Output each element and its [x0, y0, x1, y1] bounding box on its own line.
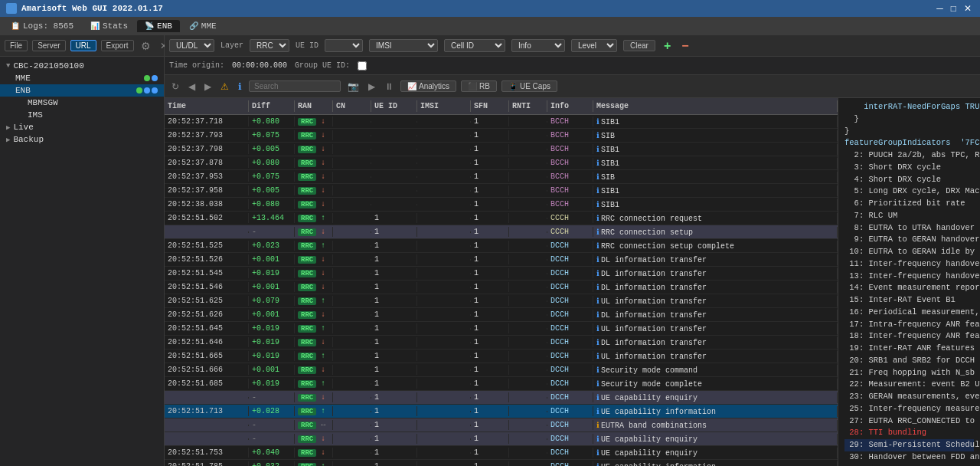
td-time: 20:52:51.785	[165, 461, 249, 466]
td-rnti	[509, 135, 547, 136]
sidebar-item-backup[interactable]: ▶ Backup	[0, 133, 164, 146]
code-line: 6: Prioritized bit rate	[844, 198, 974, 210]
td-msg: ℹSIB	[593, 172, 838, 182]
info-type-icon: ℹ	[596, 159, 599, 168]
table-row[interactable]: - RRC ↓ 1 1 CCCH ℹRRC connection setup	[165, 225, 838, 239]
imsi-select[interactable]: IMSI	[369, 39, 438, 52]
table-row[interactable]: 20:52:51.525 +0.023 RRC ↑ 1 1 DCCH ℹRRC …	[165, 239, 838, 253]
td-imsi	[417, 342, 471, 343]
table-row[interactable]: 20:52:51.626 +0.001 RRC ↓ 1 1 DCCH ℹDL i…	[165, 308, 838, 322]
group-ueid-checkbox[interactable]	[358, 61, 367, 71]
server-btn[interactable]: Server	[32, 40, 65, 51]
tab-mme[interactable]: 🔗 MME	[181, 20, 224, 32]
forward-btn[interactable]: ▶	[202, 80, 214, 93]
table-row[interactable]: 20:52:38.038 +0.080 RRC ↓ 1 BCCH ℹSIB1	[165, 198, 838, 212]
add-btn[interactable]: +	[662, 38, 673, 54]
table-row[interactable]: 20:52:51.545 +0.019 RRC ↓ 1 1 DCCH ℹDL i…	[165, 267, 838, 281]
table-row[interactable]: 20:52:51.645 +0.019 RRC ↑ 1 1 DCCH ℹUL i…	[165, 322, 838, 336]
play-btn[interactable]: ▶	[366, 80, 377, 93]
td-imsi	[417, 328, 471, 330]
table-row[interactable]: 20:52:37.798 +0.005 RRC ↓ 1 BCCH ℹSIB1	[165, 143, 838, 156]
export-btn[interactable]: Export	[101, 40, 134, 51]
close-btn[interactable]: ✕	[962, 2, 974, 15]
table-row[interactable]: 20:52:37.878 +0.080 RRC ↓ 1 BCCH ℹSIB1	[165, 156, 838, 170]
table-row[interactable]: 20:52:51.502 +13.464 RRC ↑ 1 1 CCCH ℹRRC…	[165, 212, 838, 225]
table-row[interactable]: 20:52:37.953 +0.075 RRC ↓ 1 BCCH ℹSIB	[165, 170, 838, 184]
sidebar-item-enb[interactable]: ENB	[0, 84, 164, 97]
td-ueid: 1	[371, 434, 417, 444]
tab-enb[interactable]: 📡 ENB	[137, 20, 180, 32]
camera-btn[interactable]: 📷	[345, 80, 361, 93]
layer-select[interactable]: RRC	[250, 39, 289, 52]
table-row[interactable]: 20:52:51.646 +0.019 RRC ↓ 1 1 DCCH ℹDL i…	[165, 336, 838, 350]
uecaps-icon: 📱	[508, 82, 518, 90]
rrc-badge: RRC	[298, 146, 316, 153]
table-row[interactable]: 20:52:51.666 +0.001 RRC ↓ 1 1 DCCH ℹSecu…	[165, 363, 838, 377]
td-rnti	[509, 411, 547, 412]
ueid-select[interactable]	[325, 39, 363, 52]
td-ueid: 1	[371, 392, 417, 402]
table-row[interactable]: 20:52:51.526 +0.001 RRC ↓ 1 1 DCCH ℹDL i…	[165, 253, 838, 267]
clear-btn[interactable]: Clear	[623, 40, 655, 51]
td-imsi	[417, 218, 471, 219]
table-row[interactable]: 20:52:51.625 +0.079 RRC ↑ 1 1 DCCH ℹUL i…	[165, 294, 838, 308]
table-row[interactable]: 20:52:51.685 +0.019 RRC ↑ 1 1 DCCH ℹSecu…	[165, 377, 838, 391]
uecaps-btn[interactable]: 📱 UE Caps	[501, 80, 557, 92]
td-rnti	[509, 231, 547, 233]
sidebar-item-mbmsgw[interactable]: MBMSGW	[0, 97, 164, 109]
code-line: }	[844, 126, 974, 138]
warning-btn[interactable]: ⚠	[218, 80, 231, 93]
table-row[interactable]: - RRC ↓ 1 1 DCCH ℹUE capability enquiry	[165, 432, 838, 446]
td-rnti	[509, 356, 547, 357]
code-line: 4: Short DRX cycle	[844, 174, 974, 186]
remove-btn[interactable]: −	[679, 38, 691, 54]
table-row[interactable]: - RRC ↓ 1 1 DCCH ℹUE capability enquiry	[165, 391, 838, 405]
back-btn[interactable]: ◀	[186, 80, 198, 93]
minimize-btn[interactable]: ─	[934, 2, 946, 15]
tab-logs[interactable]: 📋 Logs: 8565	[3, 20, 81, 32]
cellid-select[interactable]: Cell ID	[444, 39, 505, 52]
td-rnti	[509, 369, 547, 371]
table-row[interactable]: - RRC ↔ 1 1 DCCH ℹEUTRA band combination…	[165, 418, 838, 432]
search-input[interactable]	[249, 80, 341, 92]
analytics-btn[interactable]: 📈 Analytics	[400, 80, 456, 92]
tab-stats-label: Stats	[103, 21, 128, 31]
mode-select[interactable]: UL/DL	[169, 39, 214, 52]
sidebar-item-live[interactable]: ▶ Live	[0, 121, 164, 133]
table-row[interactable]: 20:52:37.958 +0.005 RRC ↓ 1 BCCH ℹSIB1	[165, 184, 838, 198]
maximize-btn[interactable]: □	[949, 2, 959, 15]
table-row[interactable]: 20:52:51.546 +0.001 RRC ↓ 1 1 DCCH ℹDL i…	[165, 281, 838, 294]
rrc-badge: RRC	[298, 284, 316, 291]
td-imsi	[417, 176, 471, 178]
pause-btn[interactable]: ⏸	[382, 80, 396, 93]
table-row[interactable]: 20:52:37.718 +0.080 RRC ↓ 1 BCCH ℹSIB1	[165, 115, 838, 129]
rb-btn[interactable]: ⬛ RB	[461, 80, 497, 92]
td-rnti	[509, 162, 547, 164]
td-cn	[333, 300, 371, 302]
sidebar-item-cbc[interactable]: ▼ CBC-2021050100	[0, 60, 164, 72]
mme-status-green	[144, 75, 150, 81]
table-row[interactable]: 20:52:37.793 +0.075 RRC ↓ 1 BCCH ℹSIB	[165, 129, 838, 143]
info-btn[interactable]: ℹ	[236, 80, 244, 93]
refresh-btn[interactable]: ↻	[169, 80, 181, 93]
td-msg: ℹDL information transfer	[593, 310, 838, 320]
table-row[interactable]: 20:52:51.665 +0.019 RRC ↑ 1 1 DCCH ℹUL i…	[165, 350, 838, 363]
td-info: BCCH	[547, 116, 593, 126]
app-icon	[6, 3, 17, 14]
settings-icon[interactable]: ⚙	[139, 39, 153, 53]
tab-stats[interactable]: 📊 Stats	[83, 20, 136, 32]
info-select[interactable]: Info	[511, 39, 565, 52]
table-row[interactable]: 20:52:51.785 +0.032 RRC ↑ 1 1 DCCH ℹUE c…	[165, 460, 838, 466]
file-btn[interactable]: URL	[70, 40, 96, 51]
sidebar-item-ims[interactable]: IMS	[0, 109, 164, 121]
table-row[interactable]: 20:52:51.753 +0.040 RRC ↓ 1 1 DCCH ℹUE c…	[165, 446, 838, 460]
sidebar-item-mme[interactable]: MME	[0, 72, 164, 84]
td-cn	[333, 190, 371, 192]
table-row[interactable]: 20:52:51.713 +0.028 RRC ↑ 1 1 DCCH ℹUE c…	[165, 405, 838, 418]
layer-label: Layer	[220, 41, 243, 50]
level-select[interactable]: Level	[571, 39, 617, 52]
td-sfn: 1	[471, 158, 509, 168]
td-imsi	[417, 411, 471, 412]
td-time: 20:52:51.685	[165, 379, 249, 389]
url-btn[interactable]: File	[5, 40, 28, 51]
